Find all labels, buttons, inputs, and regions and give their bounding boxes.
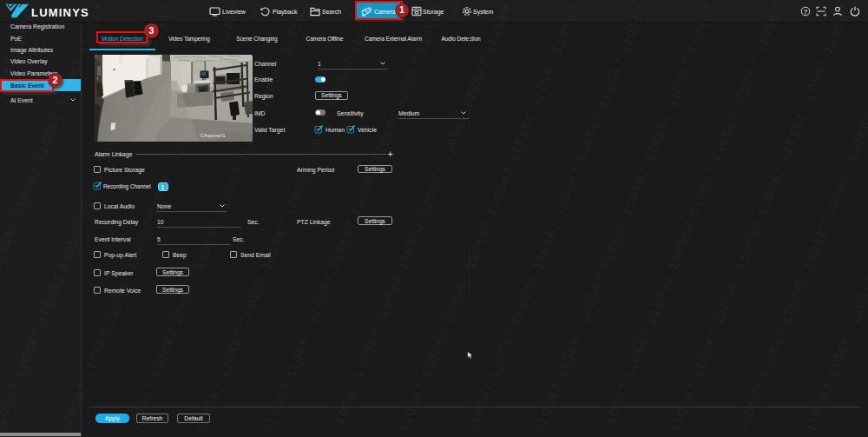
svg-text:110567 110567 110567 110: 110567 110567 110567 110567 110567 11056… bbox=[713, 0, 868, 437]
svg-text:?: ? bbox=[804, 8, 808, 16]
svg-text:110567 110567 110567 110: 110567 110567 110567 110567 110567 11056… bbox=[510, 0, 740, 437]
svg-text:110567 110567 110567 110: 110567 110567 110567 110567 110567 11056… bbox=[646, 0, 868, 437]
svg-text:110567 110567 110567 110: 110567 110567 110567 110567 110567 11056… bbox=[443, 0, 672, 437]
svg-text:Channel1: Channel1 bbox=[201, 132, 226, 138]
svg-text:110567 110567 110567 110: 110567 110567 110567 110567 110567 11056… bbox=[375, 0, 604, 437]
svg-text:110567 110567 110567 110: 110567 110567 110567 110567 110567 11056… bbox=[578, 0, 807, 437]
svg-text:110567 110567 110567 110: 110567 110567 110567 110567 110567 11056… bbox=[307, 0, 536, 437]
svg-text:110567 110567 110567 110: 110567 110567 110567 110567 110567 11056… bbox=[781, 0, 868, 437]
svg-text:110567 110567 110567 110: 110567 110567 110567 110567 110567 11056… bbox=[849, 0, 868, 437]
